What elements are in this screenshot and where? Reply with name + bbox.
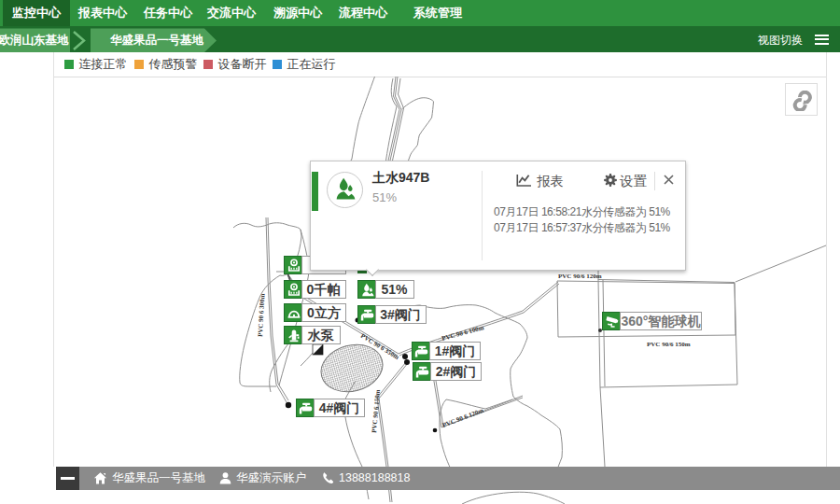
svg-text:PVC 90 6 100m: PVC 90 6 100m (441, 324, 484, 343)
svg-text:PVC 90 6 300m: PVC 90 6 300m (257, 293, 266, 337)
svg-text:PVC 90 6 120m: PVC 90 6 120m (441, 407, 484, 429)
svg-text:PVC 90/6 120m: PVC 90/6 120m (558, 273, 602, 280)
svg-text:PVC 90/6 150m: PVC 90/6 150m (647, 341, 691, 348)
svg-text:PVC 90 6 150m: PVC 90 6 150m (371, 389, 382, 433)
